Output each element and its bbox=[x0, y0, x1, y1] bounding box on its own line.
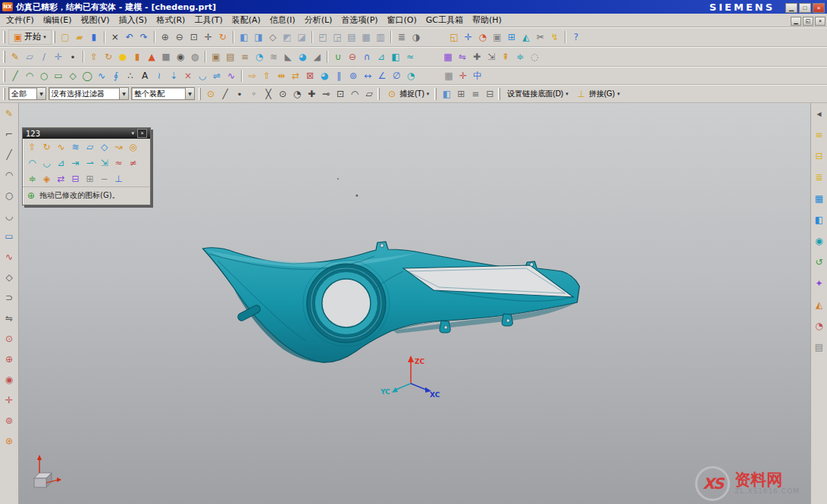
studio-render-icon[interactable]: ◩ bbox=[280, 30, 294, 44]
palette-trimmed-sheet-icon[interactable]: ⊿ bbox=[55, 156, 67, 169]
palette-law-extension-icon[interactable]: ⇀ bbox=[83, 156, 96, 169]
project-curve-icon[interactable]: ⇣ bbox=[167, 69, 180, 83]
shaded-with-edges-icon[interactable]: ◧ bbox=[237, 30, 251, 44]
resource-pin-icon[interactable]: ◂ bbox=[813, 107, 826, 121]
titlebar-minimize-button[interactable]: ▁ bbox=[785, 3, 797, 13]
palette-i-form-icon[interactable]: ⊟ bbox=[69, 172, 82, 185]
palette-sew-icon[interactable]: ≈ bbox=[112, 156, 125, 169]
sketch-circle-icon[interactable]: ○ bbox=[2, 189, 16, 202]
workpiece-icon[interactable]: ▣ bbox=[490, 30, 504, 44]
history-icon[interactable]: ↺ bbox=[813, 255, 826, 269]
center-icon[interactable]: 中 bbox=[471, 69, 484, 83]
existing-point-icon[interactable]: ⊚ bbox=[2, 414, 16, 427]
titlebar-close-button[interactable]: × bbox=[813, 3, 825, 13]
delete-face-icon[interactable]: ⊠ bbox=[303, 69, 317, 83]
menu-edit[interactable]: 编辑(E) bbox=[39, 14, 77, 27]
move-object-icon[interactable]: ✚ bbox=[470, 50, 484, 64]
document-minimize-button[interactable]: ▁ bbox=[791, 17, 801, 26]
join-button[interactable]: ⊥ 拼接(G) ▾ bbox=[572, 87, 624, 101]
graphics-window[interactable]: ZC YC XC bbox=[19, 103, 810, 504]
palette-menu-arrow-icon[interactable]: ▾ bbox=[131, 130, 134, 136]
palette-ruled-icon[interactable]: ▱ bbox=[83, 140, 96, 153]
menu-information[interactable]: 信息(I) bbox=[265, 14, 300, 27]
datum-point-icon[interactable]: ⊕ bbox=[2, 352, 16, 366]
pad-icon[interactable]: ▤ bbox=[224, 50, 237, 64]
split-window-icon[interactable]: ⊟ bbox=[483, 87, 497, 101]
fog-lamp-opening[interactable] bbox=[322, 279, 371, 327]
edge-blend-icon[interactable]: ◕ bbox=[296, 50, 309, 64]
split-body-icon[interactable]: ◧ bbox=[389, 50, 403, 64]
toolbar-grip[interactable] bbox=[498, 88, 500, 100]
reuse-library-icon[interactable]: ▦ bbox=[813, 192, 826, 205]
wcs-triad[interactable]: ZC YC XC bbox=[380, 355, 440, 399]
radial-dimension-icon[interactable]: ∅ bbox=[390, 69, 403, 83]
system-scenes-icon[interactable]: ▤ bbox=[813, 340, 826, 354]
point-icon[interactable]: ∙ bbox=[66, 50, 80, 64]
palette-extension-icon[interactable]: ⇥ bbox=[69, 156, 82, 169]
toolbar-grip[interactable] bbox=[199, 88, 201, 100]
direct-sketch-icon[interactable]: ✎ bbox=[2, 107, 16, 121]
fit-view-icon[interactable]: ⊡ bbox=[187, 30, 201, 44]
palette-sweep-icon[interactable]: ∿ bbox=[55, 140, 67, 153]
view-top-icon[interactable]: ▦ bbox=[359, 30, 373, 44]
type-filter-select[interactable]: 全部 ▼ bbox=[8, 87, 46, 100]
revolve-icon[interactable]: ↻ bbox=[102, 50, 115, 64]
sketch-polygon-icon[interactable]: ◇ bbox=[2, 271, 16, 284]
stray-point[interactable] bbox=[356, 195, 358, 197]
constraint-navigator-icon[interactable]: ⊟ bbox=[813, 149, 826, 163]
start-menu-button[interactable]: ▣ 开始 ▾ bbox=[8, 30, 52, 45]
parting-tools-icon[interactable]: ◭ bbox=[519, 30, 533, 44]
palette-variable-offset-icon[interactable]: ◡ bbox=[40, 156, 53, 169]
mounting-hole[interactable] bbox=[530, 263, 534, 267]
thread-icon[interactable]: ≋ bbox=[267, 50, 280, 64]
snap-endpoint-icon[interactable]: ╱ bbox=[218, 87, 232, 101]
electrode-icon[interactable]: ↯ bbox=[548, 30, 562, 44]
toolbar-grip[interactable] bbox=[53, 31, 55, 43]
snap-intersection-icon[interactable]: ╳ bbox=[262, 87, 275, 101]
sketch-arc-icon[interactable]: ◠ bbox=[2, 168, 16, 182]
sketch-fillet-icon[interactable]: ◡ bbox=[2, 209, 16, 223]
angular-dimension-icon[interactable]: ∠ bbox=[375, 69, 389, 83]
menu-format[interactable]: 格式(R) bbox=[152, 14, 190, 27]
pocket-icon[interactable]: ▣ bbox=[209, 50, 223, 64]
menu-analysis[interactable]: 分析(L) bbox=[300, 14, 337, 27]
toolbar-grip[interactable] bbox=[3, 51, 5, 63]
init-project-icon[interactable]: ◱ bbox=[447, 30, 461, 44]
linear-dimension-icon[interactable]: ↔ bbox=[361, 69, 374, 83]
snap-point-on-curve-icon[interactable]: ⊸ bbox=[319, 87, 333, 101]
toolbar-grip[interactable] bbox=[3, 88, 5, 100]
arc-icon[interactable]: ◠ bbox=[23, 69, 36, 83]
offset-face-icon[interactable]: ⇞ bbox=[499, 50, 512, 64]
titlebar-maximize-button[interactable]: □ bbox=[799, 3, 811, 13]
intersect-curve-icon[interactable]: × bbox=[181, 69, 195, 83]
snap-point-on-face-icon[interactable]: ⊡ bbox=[334, 87, 347, 101]
profile-icon[interactable]: ⌐ bbox=[2, 127, 16, 141]
datum-plane-icon[interactable]: ▱ bbox=[23, 50, 36, 64]
save-icon[interactable]: ▮ bbox=[87, 30, 101, 44]
menu-file[interactable]: 文件(F) bbox=[2, 14, 39, 27]
palette-extrude-icon[interactable]: ⇧ bbox=[26, 140, 39, 153]
make-coaxial-icon[interactable]: ⊚ bbox=[346, 69, 360, 83]
replace-face-icon[interactable]: ⇄ bbox=[289, 69, 302, 83]
polygon-icon[interactable]: ◇ bbox=[66, 69, 80, 83]
cylinder-icon[interactable]: ▮ bbox=[130, 50, 144, 64]
menu-window[interactable]: 窗口(O) bbox=[383, 14, 421, 27]
palette-close-button[interactable]: × bbox=[137, 129, 147, 138]
wireframe-icon[interactable]: ◇ bbox=[266, 30, 280, 44]
part-navigator-icon[interactable]: ≣ bbox=[813, 171, 826, 184]
help-icon[interactable]: ? bbox=[569, 30, 583, 44]
palette-footer[interactable]: ⊕ 拖动已修改的图标(G)。 bbox=[23, 186, 150, 205]
mold-csys-icon[interactable]: ✛ bbox=[462, 30, 475, 44]
assembly-navigator-icon[interactable]: ≡ bbox=[813, 128, 826, 142]
palette-patch-icon[interactable]: ◈ bbox=[40, 172, 53, 185]
snap-bounded-plane-icon[interactable]: ▱ bbox=[362, 87, 376, 101]
sketch-line-icon[interactable]: ╱ bbox=[2, 148, 16, 161]
face-analysis-icon[interactable]: ◪ bbox=[295, 30, 309, 44]
mirror-feature-icon[interactable]: ⇋ bbox=[456, 50, 469, 64]
thicken-icon[interactable]: ≑ bbox=[513, 50, 527, 64]
toolbar-grip[interactable] bbox=[377, 88, 380, 100]
palette-thicken-icon[interactable]: ≑ bbox=[26, 172, 39, 185]
pan-icon[interactable]: ✛ bbox=[202, 30, 215, 44]
sketch-offset-icon[interactable]: ⊃ bbox=[2, 291, 16, 305]
palette-x-form-icon[interactable]: ⇄ bbox=[55, 172, 67, 185]
